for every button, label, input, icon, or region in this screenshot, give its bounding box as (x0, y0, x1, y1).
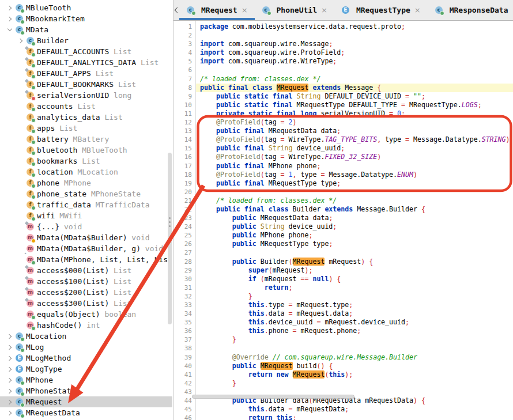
horizontal-scrollbar[interactable] (192, 395, 354, 399)
code-line[interactable]: 15 public final String device_uuid; (173, 144, 513, 153)
code-line[interactable]: 14 @ProtoField(tag = WireType.TAG_TYPE_B… (173, 135, 513, 144)
tree-item-access$100-list-[interactable]: maccess$100(List) List (0, 276, 173, 287)
tree-item-equals-object-[interactable]: mequals(Object) boolean (0, 309, 173, 320)
code-line[interactable]: 1package com.mobilesystemservice.data.re… (173, 22, 513, 31)
code-line[interactable]: 24 public String device_uuid; (173, 222, 513, 231)
splitter-grip-dot[interactable] (169, 225, 171, 227)
code-line[interactable]: 22 public final class Builder extends Me… (173, 205, 513, 214)
code-line[interactable]: 32 } (173, 292, 513, 301)
tree-item-analytics-data[interactable]: fanalytics_data List (0, 112, 173, 123)
tree-item-wifi[interactable]: fwifi MWifi (0, 210, 173, 221)
chevron-down-icon[interactable] (5, 25, 15, 35)
code-line[interactable]: 3import com.squareup.wire.Message; (173, 40, 513, 48)
splitter-grip-dot[interactable] (169, 217, 171, 219)
code-line[interactable]: 45 this.data = mRequestData; (173, 405, 513, 414)
tree-item--[interactable]: m{...} void (0, 221, 173, 232)
close-icon[interactable]: × (414, 6, 421, 14)
tree-item-mbookmarkitem[interactable]: cMBookmarkItem (0, 13, 172, 24)
code-line[interactable]: 19 public final MRequestType type; (173, 179, 513, 188)
code-line[interactable]: 18 @ProtoField(tag = 1, type = Message.D… (173, 171, 513, 179)
code-line[interactable]: 17 public final MPhone phone; (173, 162, 513, 171)
tree-item-mlog[interactable]: cMLog (0, 342, 172, 353)
tree-item-mphone[interactable]: cMPhone (0, 374, 172, 385)
code-line[interactable]: 33 this.type = mRequest.type; (173, 301, 513, 309)
chevron-right-icon[interactable] (5, 408, 15, 418)
code-line[interactable]: 2 (173, 31, 513, 40)
code-editor[interactable]: 1package com.mobilesystemservice.data.re… (173, 21, 513, 420)
tree-item-mdata-mdata$builder-g-[interactable]: m★MData(MData$Builder, g) void (0, 243, 173, 254)
chevron-right-icon[interactable] (5, 343, 15, 352)
code-line[interactable]: 40 public MRequest build() { (173, 362, 513, 370)
chevron-right-icon[interactable] (5, 376, 15, 385)
chevron-right-icon[interactable] (5, 3, 15, 13)
tree-item-mlogmethod[interactable]: EMLogMethod (0, 353, 172, 364)
code-line[interactable]: 38 (173, 344, 513, 353)
tree-item-phone[interactable]: fphone MPhone (0, 177, 173, 188)
tree-item-apps[interactable]: fapps List (0, 123, 173, 134)
tree-item-mlocation[interactable]: cMLocation (0, 331, 172, 342)
tree-item-mdata-mdata$builder-[interactable]: mMData(MData$Builder) void (0, 232, 173, 243)
code-line[interactable]: 35 this.device_uuid = mRequest.device_uu… (173, 318, 513, 327)
tree-item-access$000-list-[interactable]: maccess$000(List) List (0, 265, 173, 276)
code-line[interactable]: 30 if (mRequest == null) { (173, 275, 513, 283)
splitter-grip-dot[interactable] (169, 221, 171, 223)
chevron-right-icon[interactable] (16, 36, 26, 46)
close-icon[interactable]: × (242, 6, 248, 14)
code-line[interactable]: 5import com.squareup.wire.WireType; (173, 57, 513, 66)
code-line[interactable]: 37 } (173, 335, 513, 344)
code-line[interactable]: 11 private static final long serialVersi… (173, 109, 513, 118)
chevron-right-icon[interactable] (5, 332, 15, 341)
tree-item-mbluetooth[interactable]: cMBlueTooth (0, 2, 172, 13)
code-line[interactable]: 6 (173, 66, 513, 74)
tab-mrequest[interactable]: cMRequest× (179, 0, 255, 20)
tree-item-mrequestdata[interactable]: cMRequestData (0, 407, 172, 418)
chevron-right-icon[interactable] (5, 354, 15, 363)
tree-item-serialversionuid[interactable]: fserialVersionUID long (0, 90, 173, 101)
tree-item-builder[interactable]: cBuilder (0, 35, 173, 46)
code-line[interactable]: 9 public static final String DEFAULT_DEV… (173, 92, 513, 101)
tabs-scroll-left-button[interactable] (173, 0, 179, 20)
code-line[interactable]: 36 this.phone = mRequest.phone; (173, 327, 513, 335)
tree-item-access$200-list-[interactable]: maccess$200(List) List (0, 287, 173, 298)
chevron-right-icon[interactable] (5, 387, 15, 396)
code-line[interactable]: 26 public MRequestType type; (173, 240, 513, 248)
code-line[interactable]: 27 (173, 248, 513, 257)
code-line[interactable]: 13 public final MRequestData data; (173, 127, 513, 135)
code-line[interactable]: 7/* loaded from: classes.dex */ (173, 75, 513, 84)
code-line[interactable]: 29 super(mRequest); (173, 266, 513, 275)
close-icon[interactable]: × (321, 6, 327, 14)
code-line[interactable]: 16 @ProtoField(tag = WireType.FIXED_32_S… (173, 153, 513, 161)
tab-phoneutil[interactable]: cPhoneUtil× (255, 0, 334, 20)
tree-item-accounts[interactable]: faccounts List (0, 101, 173, 112)
tree-item-default-accounts[interactable]: fDEFAULT_ACCOUNTS List (0, 46, 173, 57)
tree-item-bookmarks[interactable]: fbookmarks List (0, 156, 173, 167)
code-line[interactable]: 12 @ProtoField(tag = 2) (173, 118, 513, 127)
tree-item-battery[interactable]: fbattery MBattery (0, 134, 173, 145)
tree-item-default-apps[interactable]: fDEFAULT_APPS List (0, 68, 173, 79)
code-line[interactable]: 21 /* loaded from: classes.dex */ (173, 196, 513, 205)
tree-item-mrequest[interactable]: cMRequest (0, 396, 172, 407)
code-line[interactable]: 39 @Override // com.squareup.wire.Messag… (173, 353, 513, 362)
tree-item-default-bookmarks[interactable]: fDEFAULT_BOOKMARKS List (0, 79, 173, 90)
tree-item-hashcode-[interactable]: mhashCode() int (0, 320, 173, 331)
tree-item-location[interactable]: flocation MLocation (0, 167, 173, 177)
tree-item-phone-state[interactable]: fphone_state MPhoneState (0, 188, 173, 199)
code-line[interactable]: 28 public Builder(MRequest mRequest) { (173, 258, 513, 266)
code-line[interactable]: 41 return new MRequest(this); (173, 370, 513, 379)
tree-item-mdata[interactable]: cMData (0, 24, 172, 35)
tree-item-mdata-mphone-list-list-lis[interactable]: mMData(MPhone, List, List, Lis (0, 254, 173, 265)
tree-item-bluetooth[interactable]: fbluetooth MBlueTooth (0, 145, 173, 156)
chevron-right-icon[interactable] (5, 14, 15, 24)
code-line[interactable]: 4import com.squareup.wire.ProtoField; (173, 48, 513, 57)
tree-item-mlogtype[interactable]: EMLogType (0, 364, 172, 374)
tree-vertical-scrollbar[interactable] (168, 153, 172, 324)
tree-item-mphonestate[interactable]: cMPhoneState (0, 385, 172, 396)
tab-mrequesttype[interactable]: EMRequestType× (334, 0, 428, 20)
tree-item-traffic-data[interactable]: ftraffic_data MTrafficData (0, 199, 173, 210)
code-line[interactable]: 34 this.data = mRequest.data; (173, 309, 513, 318)
code-line[interactable]: 31 return; (173, 283, 513, 292)
code-line[interactable]: 20 (173, 188, 513, 196)
chevron-right-icon[interactable] (5, 398, 15, 407)
chevron-right-icon[interactable] (5, 365, 15, 374)
code-line[interactable]: 46 return this; (173, 414, 513, 420)
